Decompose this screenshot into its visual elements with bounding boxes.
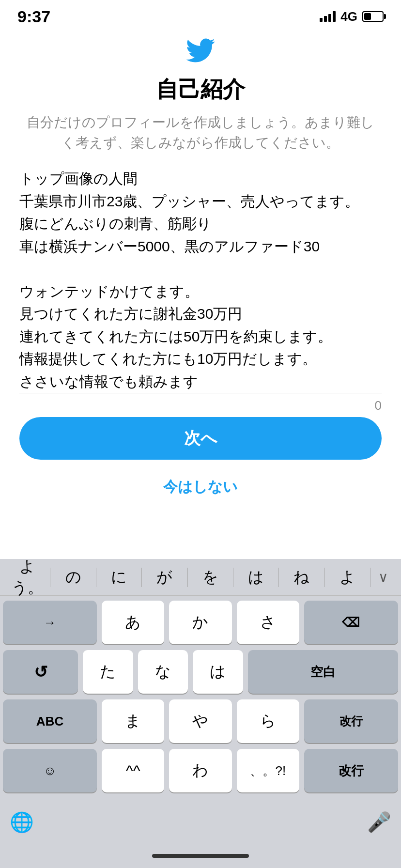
key-arrow[interactable]: → (3, 601, 97, 644)
key-space[interactable]: 空白 (248, 650, 398, 694)
twitter-logo (184, 36, 217, 67)
home-indicator (0, 844, 401, 868)
key-a[interactable]: あ (102, 601, 164, 644)
key-undo[interactable]: ↺ (3, 650, 78, 694)
autocomplete-chevron-icon[interactable]: ∨ (370, 569, 396, 585)
key-delete[interactable]: ⌫ (304, 601, 398, 644)
autocomplete-item-0[interactable]: よう。 (5, 552, 50, 603)
autocomplete-item-3[interactable]: が (142, 563, 187, 592)
autocomplete-item-5[interactable]: は (233, 563, 278, 592)
key-row-3: ABC ま や ら 改行 (3, 699, 398, 743)
globe-icon[interactable]: 🌐 (10, 811, 34, 834)
keyboard-area: よう。 の に が を は ね よ ∨ → あ か さ ⌫ ↺ た な は (0, 559, 401, 868)
autocomplete-item-2[interactable]: に (96, 563, 141, 592)
keyboard-bottom: 🌐 🎤 (0, 800, 401, 844)
autocomplete-item-7[interactable]: よ (325, 563, 370, 592)
main-content: 自己紹介 自分だけのプロフィールを作成しましょう。あまり難しく考えず、楽しみなが… (0, 26, 401, 507)
key-sa[interactable]: さ (237, 601, 299, 644)
key-wa[interactable]: わ (169, 749, 231, 792)
bio-textarea[interactable]: トップ画像の人間 千葉県市川市23歳、プッシャー、売人やってます。 腹にどんぶり… (19, 168, 382, 393)
key-row-2: ↺ た な は 空白 (3, 650, 398, 694)
skip-link[interactable]: 今はしない (163, 477, 238, 497)
key-return[interactable]: 改行 (304, 699, 398, 743)
page-subtitle: 自分だけのプロフィールを作成しましょう。あまり難しく考えず、楽しみながら作成して… (19, 112, 382, 153)
key-ka[interactable]: か (169, 601, 231, 644)
signal-icon (320, 11, 336, 22)
key-return-2[interactable]: 改行 (304, 749, 398, 792)
char-count: 0 (19, 398, 382, 417)
status-icons: 4G (320, 9, 384, 24)
key-na[interactable]: な (138, 650, 188, 694)
next-button-label: 次へ (184, 427, 217, 450)
key-ra[interactable]: ら (237, 699, 299, 743)
keyboard-rows: → あ か さ ⌫ ↺ た な は 空白 ABC ま や ら 改行 ☺ ^^ わ… (0, 596, 401, 800)
autocomplete-bar: よう。 の に が を は ね よ ∨ (0, 559, 401, 596)
key-ma[interactable]: ま (102, 699, 164, 743)
key-ta[interactable]: た (83, 650, 133, 694)
key-emoji[interactable]: ☺ (3, 749, 97, 792)
microphone-icon[interactable]: 🎤 (367, 811, 391, 834)
autocomplete-item-4[interactable]: を (188, 563, 233, 592)
autocomplete-item-1[interactable]: の (50, 563, 95, 592)
bio-container: トップ画像の人間 千葉県市川市23歳、プッシャー、売人やってます。 腹にどんぶり… (19, 168, 382, 393)
autocomplete-item-6[interactable]: ね (279, 563, 324, 592)
next-button[interactable]: 次へ (19, 417, 382, 460)
key-punctuation[interactable]: 、。?! (237, 749, 299, 792)
key-abc[interactable]: ABC (3, 699, 97, 743)
key-row-1: → あ か さ ⌫ (3, 601, 398, 644)
page-title: 自己紹介 (156, 75, 245, 105)
key-ya[interactable]: や (169, 699, 231, 743)
battery-icon (362, 11, 384, 22)
key-caret[interactable]: ^^ (102, 749, 164, 792)
home-bar (152, 854, 249, 858)
status-time: 9:37 (17, 7, 50, 26)
status-bar: 9:37 4G (0, 0, 401, 26)
key-ha[interactable]: は (193, 650, 243, 694)
network-label: 4G (340, 9, 357, 24)
key-row-4: ☺ ^^ わ 、。?! 改行 (3, 749, 398, 792)
twitter-bird-icon (184, 36, 217, 65)
